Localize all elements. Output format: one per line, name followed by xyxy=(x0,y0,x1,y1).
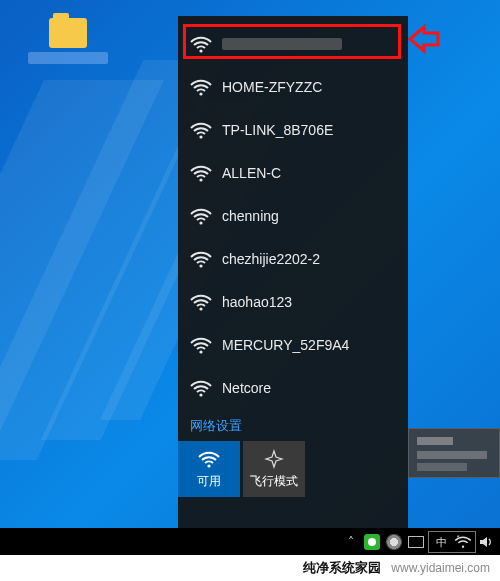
wifi-quick-action[interactable]: 可用 xyxy=(178,441,240,497)
annotation-arrow-left-icon xyxy=(408,24,438,54)
desktop: HOME-ZFYZZC TP-LINK_8B706E ALLEN-C chenn… xyxy=(0,0,500,581)
wifi-icon xyxy=(198,449,220,469)
tray-security-icon[interactable] xyxy=(362,532,382,552)
wifi-tile-label: 可用 xyxy=(197,473,221,490)
svg-point-6 xyxy=(199,307,202,310)
wifi-network-item[interactable]: ALLEN-C xyxy=(178,151,408,194)
quick-action-tiles: 可用 飞行模式 xyxy=(178,441,408,497)
watermark-url: www.yidaimei.com xyxy=(391,561,490,575)
svg-point-2 xyxy=(199,135,202,138)
wifi-network-list: HOME-ZFYZZC TP-LINK_8B706E ALLEN-C chenn… xyxy=(178,16,408,409)
network-flyout: HOME-ZFYZZC TP-LINK_8B706E ALLEN-C chenn… xyxy=(178,16,408,528)
wifi-network-item[interactable]: MERCURY_52F9A4 xyxy=(178,323,408,366)
wifi-network-item[interactable]: HOME-ZFYZZC xyxy=(178,65,408,108)
wifi-network-item[interactable]: haohao123 xyxy=(178,280,408,323)
svg-point-9 xyxy=(207,464,210,467)
svg-point-0 xyxy=(199,49,202,52)
wifi-signal-icon xyxy=(190,121,212,139)
wifi-signal-icon xyxy=(190,207,212,225)
tray-network-icon[interactable]: * xyxy=(454,533,472,551)
tray-disc-icon[interactable] xyxy=(384,532,404,552)
tray-volume-icon[interactable] xyxy=(478,534,494,550)
wifi-ssid-label: chenning xyxy=(222,208,279,224)
tray-ime-icon[interactable]: 中 xyxy=(432,534,450,550)
tray-overflow-chevron-icon[interactable]: ˄ xyxy=(342,535,360,549)
airplane-mode-quick-action[interactable]: 飞行模式 xyxy=(243,441,305,497)
airplane-tile-label: 飞行模式 xyxy=(250,473,298,490)
taskbar: ˄ 中 * xyxy=(0,528,500,555)
wifi-ssid-label: haohao123 xyxy=(222,294,292,310)
svg-text:*: * xyxy=(457,535,460,541)
wifi-network-item[interactable] xyxy=(178,22,408,65)
wifi-ssid-label: HOME-ZFYZZC xyxy=(222,79,322,95)
network-settings-link[interactable]: 网络设置 xyxy=(178,409,408,441)
watermark-brand: 纯净系统家园 xyxy=(303,559,381,577)
wifi-ssid-label: ALLEN-C xyxy=(222,165,281,181)
tray-keyboard-icon[interactable] xyxy=(406,532,426,552)
wifi-network-item[interactable]: chezhijie2202-2 xyxy=(178,237,408,280)
system-tray: ˄ 中 * xyxy=(342,531,500,553)
desktop-shortcut-label xyxy=(28,52,108,64)
svg-point-5 xyxy=(199,264,202,267)
wifi-ssid-label: Netcore xyxy=(222,380,271,396)
wifi-signal-icon xyxy=(190,35,212,53)
wifi-signal-icon xyxy=(190,336,212,354)
svg-point-1 xyxy=(199,92,202,95)
wifi-ssid-label xyxy=(222,38,342,50)
svg-point-8 xyxy=(199,393,202,396)
wifi-signal-icon xyxy=(190,164,212,182)
wifi-ssid-label: chezhijie2202-2 xyxy=(222,251,320,267)
wifi-network-item[interactable]: Netcore xyxy=(178,366,408,409)
svg-point-7 xyxy=(199,350,202,353)
airplane-icon xyxy=(264,449,284,469)
wifi-network-item[interactable]: chenning xyxy=(178,194,408,237)
wifi-signal-icon xyxy=(190,78,212,96)
svg-point-3 xyxy=(199,178,202,181)
watermark-bar: 纯净系统家园 www.yidaimei.com xyxy=(0,555,500,581)
wifi-signal-icon xyxy=(190,250,212,268)
wifi-ssid-label: MERCURY_52F9A4 xyxy=(222,337,349,353)
settings-thumbnail xyxy=(408,428,500,478)
wifi-signal-icon xyxy=(190,379,212,397)
tray-active-group: 中 * xyxy=(428,531,476,553)
svg-point-4 xyxy=(199,221,202,224)
wifi-signal-icon xyxy=(190,293,212,311)
wifi-ssid-label: TP-LINK_8B706E xyxy=(222,122,333,138)
wifi-network-item[interactable]: TP-LINK_8B706E xyxy=(178,108,408,151)
folder-icon xyxy=(49,18,87,48)
svg-point-10 xyxy=(462,545,464,547)
desktop-shortcut[interactable] xyxy=(18,18,118,64)
